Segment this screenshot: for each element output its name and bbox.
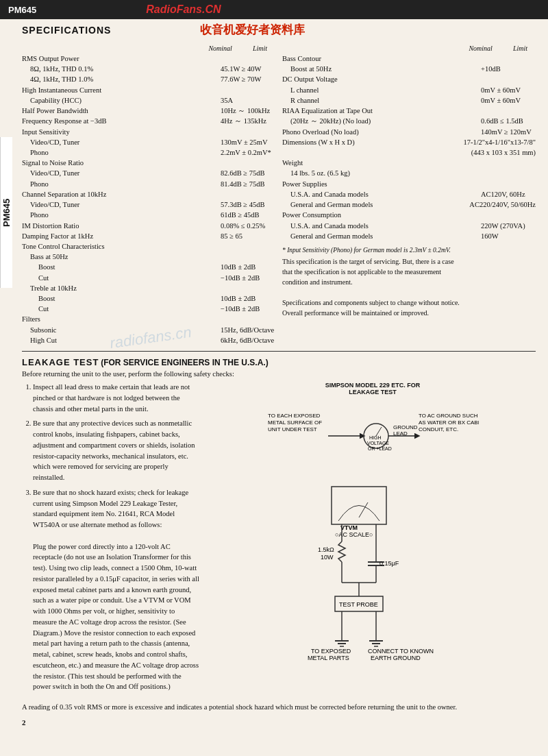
leakage-intro: Before returning the unit to the user, p… (22, 370, 536, 378)
spec-bass-contour-title: Bass Contour (282, 53, 536, 64)
svg-text:VOLTAGE: VOLTAGE (367, 441, 389, 446)
side-label: PM645 (0, 137, 12, 288)
chinese-subtitle: 收音机爱好者资料库 (200, 22, 305, 38)
note2: that the specification is not applicable… (282, 267, 536, 277)
leakage-list: Inspect all lead dress to make certain t… (22, 382, 200, 692)
note3: condition and instrument. (282, 277, 536, 287)
leakage-final-note: A reading of 0.35 volt RMS or more is ex… (22, 702, 536, 713)
svg-text:○AC SCALE○: ○AC SCALE○ (335, 531, 373, 538)
spec-hcc-val: Capability (HCC)35A (22, 95, 275, 106)
spec-damp: Damping Factor at 1kHz85 ≥ 65 (22, 231, 275, 241)
spec-rms-4ohm: 4Ω, 1kHz, THD 1.0%77.6W ≥ 70W (22, 74, 275, 84)
spec-filters-title: Filters (22, 314, 275, 324)
note5: Overall performance will be maintained o… (282, 308, 536, 318)
specs-left: Nominal Limit RMS Output Power 8Ω, 1kHz,… (22, 45, 275, 345)
footnote-area: * Input Sensitivity (Phono) for German m… (282, 247, 536, 318)
svg-text:EARTH GROUND: EARTH GROUND (371, 655, 421, 661)
spec-dc-r: R channel0mV ± 60mV (282, 95, 536, 106)
spec-pwr-usa: U.S.A. and Canada modelsAC120V, 60Hz (282, 189, 536, 199)
spec-filter-sub: Subsonic15Hz, 6dB/Octave (22, 325, 275, 335)
svg-text:1.5kΩ: 1.5kΩ (318, 546, 334, 553)
svg-text:GROUND: GROUND (393, 424, 418, 430)
spec-snr-vcd: Video/CD, Tuner82.6dB ≥ 75dB (22, 168, 275, 178)
spec-pwr-title: Power Supplies (282, 179, 536, 189)
spec-freq: Frequency Response at −3dB4Hz ～ 135kHz (22, 116, 275, 126)
spec-riaa-val: (20Hz ～ 20kHz) (No load)0.6dB ≤ 1.5dB (282, 116, 536, 126)
spec-rms-8ohm: 8Ω, 1kHz, THD 0.1%45.1W ≥ 40W (22, 64, 275, 74)
svg-text:CONDUIT, ETC.: CONDUIT, ETC. (419, 426, 458, 432)
spec-dim-mm: (443 x 103 x 351 mm) (282, 147, 536, 158)
spec-riaa-title: RIAA Equalization at Tape Out (282, 106, 536, 116)
note-box: This specification is the target of serv… (282, 256, 536, 318)
spec-input-vcd: Video/CD, Tuner130mV ± 25mV (22, 137, 275, 147)
spec-hcc-title: High Instantaneous Current (22, 85, 275, 95)
page-wrapper: PM645 RadioFans.CN PM645 SPECIFICATIONS … (0, 0, 548, 756)
diagram-title: SIMPSON MODEL 229 ETC. FORLEAKAGE TEST (325, 382, 420, 395)
nominal-header-left: Nominal (208, 45, 232, 52)
spec-cons-title: Power Consumption (282, 210, 536, 220)
section-divider (22, 351, 536, 352)
leakage-title-area: LEAKAGE TEST (FOR SERVICE ENGINEERS IN T… (22, 357, 536, 367)
footnote: * Input Sensitivity (Phono) for German m… (282, 247, 536, 254)
leakage-text-col: Inspect all lead dress to make certain t… (22, 382, 200, 696)
svg-text:TEST PROBE: TEST PROBE (339, 601, 378, 608)
main-content: SPECIFICATIONS 收音机爱好者资料库 Nominal Limit R… (12, 19, 548, 732)
svg-text:HIGH: HIGH (369, 435, 382, 440)
spec-phono-overload: Phono Overload (No load)140mV ≥ 120mV (282, 127, 536, 137)
leakage-title: LEAKAGE TEST (22, 357, 99, 367)
svg-text:0.15μF: 0.15μF (379, 560, 399, 567)
spec-sep-title: Channel Separation at 10kHz (22, 189, 275, 199)
nominal-header-right: Nominal (469, 45, 492, 52)
leakage-subtitle: (FOR SERVICE ENGINEERS IN THE U.S.A.) (101, 358, 268, 367)
spec-im: IM Distortion Ratio0.08% ≤ 0.25% (22, 221, 275, 231)
leakage-item-3: Be sure that no shock hazard exists; che… (33, 487, 200, 692)
leakage-body: Inspect all lead dress to make certain t… (22, 382, 536, 696)
svg-text:METAL SURFACE OF: METAL SURFACE OF (268, 419, 322, 426)
svg-text:TO EXPOSED: TO EXPOSED (311, 648, 351, 655)
spec-input-phono: Phono2.2mV ± 0.2mV* (22, 147, 275, 158)
note1: This specification is the target of serv… (282, 256, 536, 267)
specs-title: SPECIFICATIONS (22, 25, 111, 36)
spec-filter-hcut: High Cut6kHz, 6dB/Octave (22, 335, 275, 345)
spec-input-title: Input Sensitivity (22, 127, 275, 137)
spec-tone-treble-boost: Boost10dB ± 2dB (22, 293, 275, 304)
spec-cons-usa: U.S.A. and Canada models220W (270VA) (282, 221, 536, 231)
svg-text:OR +LEAD: OR +LEAD (368, 446, 392, 451)
spec-weight-val: 14 lbs. 5 oz. (6.5 kg) (282, 168, 536, 178)
limit-header-right: Limit (513, 45, 527, 52)
spec-tone-bass-cut: Cut−10dB ± 2dB (22, 273, 275, 283)
spec-tone-treble-cut: Cut−10dB ± 2dB (22, 304, 275, 314)
spec-weight-title: Weight (282, 158, 536, 168)
svg-text:LEAD: LEAD (393, 430, 408, 437)
spec-tone-bass-title: Bass at 50Hz (22, 252, 275, 262)
spec-snr-title: Signal to Noise Ratio (22, 158, 275, 168)
header-bar: PM645 RadioFans.CN (0, 0, 548, 19)
col-headers-right: Nominal Limit (282, 45, 536, 52)
spec-dc-title: DC Output Voltage (282, 74, 536, 84)
leakage-section: LEAKAGE TEST (FOR SERVICE ENGINEERS IN T… (22, 357, 536, 713)
spec-tone-bass-boost: Boost10dB ± 2dB (22, 262, 275, 272)
svg-text:UNIT UNDER TEST: UNIT UNDER TEST (268, 426, 317, 432)
spec-sep-vcd: Video/CD, Tuner57.3dB ≥ 45dB (22, 199, 275, 210)
limit-header-left: Limit (253, 45, 267, 52)
page-number: 2 (22, 718, 26, 727)
spec-tone-title: Tone Control Characteristics (22, 241, 275, 252)
model-label: PM645 (8, 5, 36, 15)
spec-tone-treble-title: Treble at 10kHz (22, 283, 275, 293)
page-number-area: 2 (22, 718, 536, 727)
spec-bass-boost: Boost at 50Hz+10dB (282, 64, 536, 74)
svg-text:TO EACH EXPOSED: TO EACH EXPOSED (268, 413, 321, 419)
leakage-diagram-col: SIMPSON MODEL 229 ETC. FORLEAKAGE TEST T… (210, 382, 536, 696)
specs-area: Nominal Limit RMS Output Power 8Ω, 1kHz,… (22, 45, 536, 345)
svg-line-16 (359, 502, 368, 517)
svg-text:AS WATER OR BX CABLE,: AS WATER OR BX CABLE, (419, 419, 479, 426)
spec-halfpower: Half Power Bandwidth10Hz ～ 100kHz (22, 106, 275, 116)
circuit-diagram-bottom: VTVM ○AC SCALE○ 1.5kΩ 10W (266, 483, 479, 675)
spec-sep-phono: Phono61dB ≥ 45dB (22, 210, 275, 220)
svg-text:CONNECT TO KNOWN: CONNECT TO KNOWN (368, 648, 434, 655)
svg-text:VTVM: VTVM (340, 524, 358, 531)
brand-label: RadioFans.CN (146, 3, 221, 16)
leakage-item-1: Inspect all lead dress to make certain t… (33, 382, 200, 414)
svg-text:METAL PARTS: METAL PARTS (308, 655, 349, 661)
spec-pwr-ger: General and German modelsAC220/240V, 50/… (282, 199, 536, 210)
